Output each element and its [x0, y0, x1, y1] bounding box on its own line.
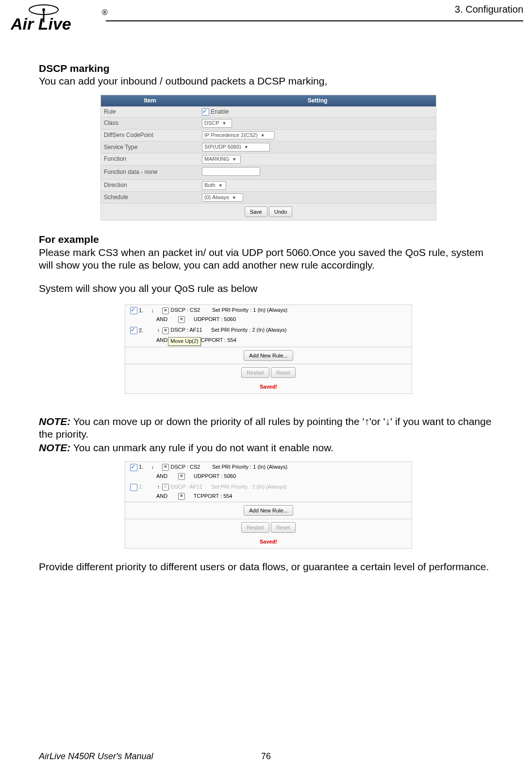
breadcrumb: 3. Configuration [455, 4, 523, 15]
delete-icon[interactable]: ✕ [178, 316, 185, 323]
rule-row: 2. ↑ ✕ DSCP : AF11 Set PRI Priority : 2 … [125, 482, 412, 493]
delete-icon[interactable]: ✕ [178, 493, 185, 500]
rule2-dscp-val: : AF11 [187, 327, 202, 333]
arrow-up-icon[interactable]: ↑ [156, 484, 161, 491]
rule1-enable-checkbox[interactable] [130, 464, 137, 471]
rule1-port-val: : 5060 [221, 316, 236, 322]
arrow-down-icon[interactable]: ↓ [150, 307, 155, 314]
dscp-desc: You can add your inbound / outbound pack… [39, 75, 498, 87]
reset-button[interactable]: Reset [271, 522, 296, 533]
note2-body: You can unmark any rule if you do not wa… [70, 442, 333, 453]
chevron-down-icon: ▼ [232, 157, 236, 162]
rule2-and: AND [156, 493, 167, 499]
arrow-down-icon[interactable]: ↓ [150, 464, 155, 471]
note1-body: You can move up or down the priority of … [39, 416, 491, 440]
rule2-action: Set PRI Priority [211, 484, 248, 490]
rule-subrow: AND ✕ UDPPORT : 5060 [125, 316, 412, 325]
rule1-port: UDPPORT [194, 316, 219, 322]
qos-rules-list-1: 1. ↓ ✕ DSCP : CS2 Set PRI Priority : 1 (… [125, 305, 412, 394]
row-diffserv-label: DiffServ CodePoint [101, 129, 199, 141]
rule2-enable-checkbox[interactable] [130, 484, 137, 491]
example-p1: Please mark CS3 when an packet in/ out v… [39, 246, 498, 272]
rule2-and: AND [156, 337, 167, 343]
row-direction-label: Direction [101, 179, 199, 191]
rule-enable-checkbox[interactable] [202, 108, 209, 116]
col-item: Item [101, 95, 199, 107]
rule1-action-val: : 1 (In) (Always) [250, 307, 287, 313]
chevron-down-icon: ▼ [218, 183, 223, 188]
rule-num: 1. [139, 307, 149, 314]
class-select[interactable]: DSCP▼ [202, 119, 232, 128]
row-function-label: Function [101, 153, 199, 166]
rule-num: 2. [139, 484, 149, 491]
delete-icon[interactable]: ✕ [178, 473, 185, 480]
function-select[interactable]: MARKING▼ [202, 155, 241, 164]
col-setting: Setting [199, 95, 436, 107]
rule2-port-val: : 554 [220, 493, 232, 499]
rule1-and: AND [156, 473, 167, 479]
rule1-port-val: : 5060 [221, 473, 236, 479]
chevron-down-icon: ▼ [232, 195, 236, 200]
diffserv-select[interactable]: IP Precedence 2(CS2)▼ [202, 131, 275, 140]
rule-num: 1. [139, 464, 149, 471]
function-data-input[interactable] [202, 167, 260, 176]
rule1-dscp-val: : CS2 [187, 464, 200, 470]
rule-row: 1. ↓ ✕ DSCP : CS2 Set PRI Priority : 1 (… [125, 305, 412, 316]
rule1-dscp: DSCP [170, 307, 185, 313]
brand-logo: Air Live ® [11, 3, 108, 39]
delete-icon[interactable]: ✕ [162, 307, 169, 314]
chevron-down-icon: ▼ [244, 145, 249, 150]
undo-button[interactable]: Undo [269, 206, 292, 217]
saved-status: Saved! [260, 384, 277, 390]
chevron-down-icon: ▼ [222, 121, 227, 126]
header-divider [106, 20, 523, 21]
note-label: NOTE: [39, 442, 70, 453]
rule2-port: TCPPORT [194, 493, 219, 499]
rule-row: 1. ↓ ✕ DSCP : CS2 Set PRI Priority : 1 (… [125, 462, 412, 473]
rule2-enable-checkbox[interactable] [130, 327, 137, 334]
footer-page-number: 76 [0, 751, 532, 762]
row-funcdata-label: Function data - none [101, 165, 199, 179]
dscp-heading: DSCP marking [39, 62, 498, 75]
rule2-dscp: DSCP [170, 484, 185, 490]
qos-rules-list-2: 1. ↓ ✕ DSCP : CS2 Set PRI Priority : 1 (… [125, 461, 412, 549]
rule-num: 2. [139, 327, 149, 334]
note-label: NOTE: [39, 416, 70, 427]
add-new-rule-button[interactable]: Add New Rule... [244, 350, 293, 361]
row-rule-label: Rule [101, 106, 199, 117]
rule1-action: Set PRI Priority [212, 464, 249, 470]
rule2-action-val: : 2 (In) (Always) [249, 327, 286, 333]
rule2-dscp: DSCP [170, 327, 185, 333]
rule-subrow: AND Move Up(2)CPPORT : 554 [125, 336, 412, 347]
delete-icon[interactable]: ✕ [162, 464, 169, 471]
reset-button[interactable]: Reset [271, 367, 296, 378]
service-type-select[interactable]: SIP(UDP:5060)▼ [202, 143, 270, 152]
rule-row: 2. ↑ ✕ DSCP : AF11 Set PRI Priority : 2 … [125, 325, 412, 336]
rule-subrow: AND ✕ UDPPORT : 5060 [125, 473, 412, 482]
row-schedule-label: Schedule [101, 191, 199, 203]
dscp-settings-table: Item Setting Rule Enable [100, 95, 436, 221]
save-button[interactable]: Save [245, 206, 267, 217]
saved-status: Saved! [260, 539, 277, 544]
example-p2: System will show you all your QoS rule a… [39, 282, 498, 295]
rule2-port: CPPORT [201, 337, 223, 343]
rule1-action-val: : 1 (In) (Always) [250, 464, 287, 470]
rule2-dscp-val: : AF11 [187, 484, 202, 490]
closing-paragraph: Provide different priority to different … [39, 561, 498, 573]
restart-button[interactable]: Restart [241, 367, 269, 378]
add-new-rule-button[interactable]: Add New Rule... [244, 505, 293, 516]
rule1-port: UDPPORT [194, 473, 219, 479]
rule-subrow: AND ✕ TCPPORT : 554 [125, 493, 412, 502]
example-heading: For example [39, 233, 498, 246]
rule2-action-val: : 2 (In) (Always) [249, 484, 286, 490]
chevron-down-icon: ▼ [261, 133, 265, 138]
delete-icon[interactable]: ✕ [162, 484, 169, 491]
delete-icon[interactable]: ✕ [162, 327, 169, 334]
rule1-enable-checkbox[interactable] [130, 307, 137, 314]
schedule-select[interactable]: (0) Always▼ [202, 193, 243, 202]
svg-text:Air Live: Air Live [11, 15, 71, 33]
direction-select[interactable]: Both▼ [202, 181, 226, 190]
arrow-up-icon[interactable]: ↑ [156, 327, 161, 334]
rule2-port-val: : 554 [224, 337, 236, 343]
restart-button[interactable]: Restart [241, 522, 269, 533]
